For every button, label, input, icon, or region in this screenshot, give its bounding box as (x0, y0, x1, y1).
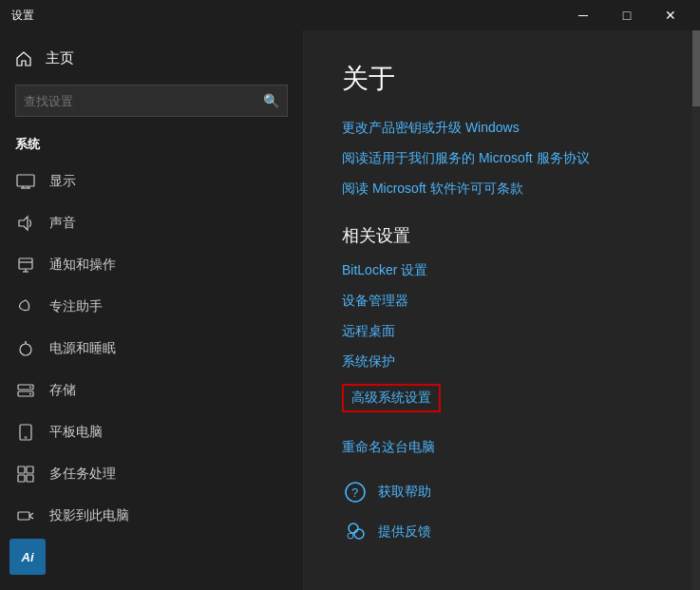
sidebar-item-multitask[interactable]: 多任务处理 (0, 453, 303, 495)
svg-text:?: ? (351, 485, 358, 500)
projector-icon (15, 505, 36, 526)
display-label: 显示 (49, 173, 76, 190)
svg-line-23 (29, 516, 33, 519)
close-button[interactable]: ✕ (649, 0, 692, 30)
related-settings-label: 相关设置 (342, 224, 662, 247)
svg-rect-18 (27, 466, 33, 473)
svg-rect-20 (27, 475, 33, 482)
svg-rect-17 (18, 466, 25, 473)
sound-icon (15, 213, 36, 234)
notifications-label: 通知和操作 (49, 257, 116, 274)
sidebar-section-heading: 系统 (0, 132, 303, 161)
tablet-label: 平板电脑 (49, 424, 103, 441)
feedback-label: 提供反馈 (378, 523, 431, 541)
maximize-button[interactable]: □ (605, 0, 649, 30)
sidebar-item-storage[interactable]: 存储 (0, 370, 303, 411)
sidebar-item-projector[interactable]: 投影到此电脑 (0, 495, 303, 537)
home-icon (15, 50, 34, 67)
bitlocker-link[interactable]: BitLocker 设置 (342, 262, 662, 279)
svg-marker-4 (19, 217, 28, 230)
device-manager-link[interactable]: 设备管理器 (342, 293, 662, 310)
svg-line-22 (29, 513, 33, 516)
multitask-label: 多任务处理 (49, 466, 116, 483)
search-box[interactable]: 🔍 (15, 85, 288, 117)
content-area: 关于 更改产品密钥或升级 Windows 阅读适用于我们服务的 Microsof… (304, 30, 700, 590)
storage-label: 存储 (49, 382, 76, 399)
remote-desktop-link[interactable]: 远程桌面 (342, 323, 662, 340)
sidebar-home-label: 主页 (46, 49, 74, 67)
svg-rect-15 (20, 425, 31, 440)
title-bar: 设置 ─ □ ✕ (0, 0, 700, 30)
scrollbar-thumb[interactable] (692, 30, 700, 106)
svg-point-16 (25, 437, 27, 439)
get-help-item[interactable]: ? 获取帮助 (342, 479, 662, 505)
svg-point-26 (349, 523, 358, 533)
storage-icon (15, 380, 36, 401)
focus-label: 专注助手 (49, 298, 103, 315)
sidebar-item-display[interactable]: 显示 (0, 161, 303, 202)
sidebar-item-tablet[interactable]: 平板电脑 (0, 411, 303, 453)
window-title: 设置 (8, 8, 34, 24)
svg-rect-0 (17, 175, 34, 186)
change-key-link[interactable]: 更改产品密钥或升级 Windows (342, 120, 662, 137)
svg-rect-21 (18, 512, 29, 520)
feedback-icon (342, 519, 369, 545)
advanced-settings-link[interactable]: 高级系统设置 (342, 384, 441, 412)
sound-label: 声音 (49, 215, 76, 232)
svg-point-13 (29, 387, 31, 389)
tablet-icon (15, 422, 36, 443)
sidebar-item-sound[interactable]: 声音 (0, 202, 303, 244)
multitask-icon (15, 464, 36, 485)
svg-point-27 (354, 529, 364, 539)
minimize-button[interactable]: ─ (561, 0, 605, 30)
help-icon: ? (342, 479, 369, 505)
svg-point-28 (348, 533, 353, 539)
page-title: 关于 (342, 61, 662, 97)
sidebar: 主页 🔍 系统 显示 (0, 30, 304, 590)
projector-label: 投影到此电脑 (49, 507, 129, 524)
search-icon: 🔍 (263, 93, 279, 108)
sidebar-item-notifications[interactable]: 通知和操作 (0, 244, 303, 286)
sidebar-item-power[interactable]: 电源和睡眠 (0, 328, 303, 370)
notifications-icon (15, 255, 36, 276)
help-section: ? 获取帮助 提供反馈 (342, 479, 662, 545)
scrollbar-track[interactable] (692, 30, 700, 590)
sidebar-home[interactable]: 主页 (0, 42, 303, 75)
power-label: 电源和睡眠 (49, 340, 116, 357)
svg-point-14 (29, 393, 31, 395)
search-input[interactable] (24, 94, 263, 108)
sidebar-item-focus[interactable]: 专注助手 (0, 286, 303, 328)
svg-rect-5 (19, 258, 32, 269)
feedback-item[interactable]: 提供反馈 (342, 519, 662, 545)
app-container: 主页 🔍 系统 显示 (0, 30, 700, 590)
ms-agreement-link[interactable]: 阅读适用于我们服务的 Microsoft 服务协议 (342, 150, 662, 167)
focus-icon (15, 296, 36, 317)
display-icon (15, 171, 36, 192)
ms-license-link[interactable]: 阅读 Microsoft 软件许可可条款 (342, 181, 662, 198)
window-controls: ─ □ ✕ (561, 0, 692, 30)
svg-rect-19 (18, 475, 25, 482)
rename-pc-link[interactable]: 重命名这台电脑 (342, 439, 662, 456)
power-icon (15, 338, 36, 359)
ai-badge: Ai (9, 539, 46, 575)
svg-point-9 (20, 344, 31, 355)
system-protection-link[interactable]: 系统保护 (342, 353, 662, 371)
get-help-label: 获取帮助 (378, 484, 431, 501)
